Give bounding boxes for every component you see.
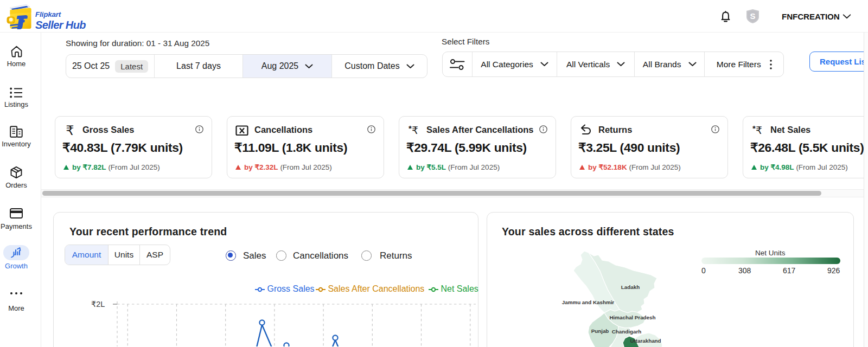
svg-text:S: S — [750, 11, 755, 21]
svg-text:₹: ₹ — [756, 125, 762, 136]
svg-text:₹: ₹ — [66, 124, 74, 137]
svg-text:₹: ₹ — [412, 125, 418, 136]
